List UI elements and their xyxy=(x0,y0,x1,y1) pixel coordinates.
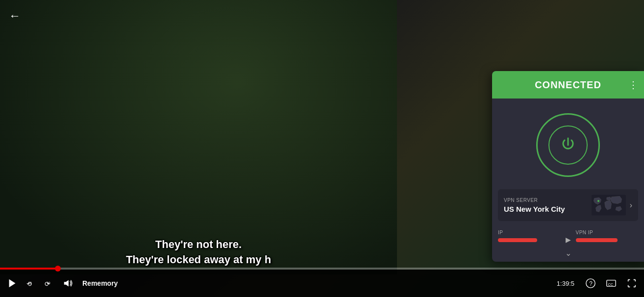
fullscreen-button[interactable] xyxy=(624,276,639,291)
power-icon-inner xyxy=(548,125,588,165)
world-map-svg xyxy=(592,194,626,216)
vpn-status-text: CONNECTED xyxy=(500,79,636,91)
player-controls: ⟲ 10 ⟳ 10 Rememory 1:39:5 ? xyxy=(0,270,644,297)
help-button[interactable]: ? xyxy=(583,276,598,291)
subtitle-line2: They're locked away at my h xyxy=(29,252,368,268)
subtitles-icon: CC xyxy=(606,278,617,289)
vpn-header: CONNECTED ⋮ xyxy=(492,71,644,99)
svg-text:CC: CC xyxy=(608,282,614,287)
fullscreen-icon xyxy=(626,278,637,289)
vpn-server-chevron: › xyxy=(630,201,632,210)
rewind-icon: ⟲ 10 xyxy=(25,278,36,289)
forward-icon: ⟳ 10 xyxy=(44,278,55,289)
show-title: Rememory xyxy=(82,279,118,287)
rewind-button[interactable]: ⟲ 10 xyxy=(24,276,38,291)
time-display: 1:39:5 xyxy=(557,280,574,287)
vpn-vpn-ip-label: VPN IP xyxy=(576,230,639,235)
vpn-vpn-ip-bar xyxy=(576,238,618,242)
subtitles-button[interactable]: CC xyxy=(604,276,619,291)
chevron-down-icon: ⌄ xyxy=(565,248,571,258)
vpn-ip-block: IP xyxy=(498,230,561,242)
svg-text:10: 10 xyxy=(28,281,32,285)
vpn-collapse-button[interactable]: ⌄ xyxy=(492,246,644,262)
svg-marker-0 xyxy=(9,279,16,288)
vpn-ip-bar xyxy=(498,238,537,242)
vpn-vpn-ip-block: VPN IP xyxy=(576,230,639,242)
svg-point-11 xyxy=(597,200,599,202)
vpn-server-info: VPN SERVER US New York City xyxy=(504,198,588,213)
vpn-ip-label: IP xyxy=(498,230,561,235)
back-button[interactable]: ← xyxy=(9,9,21,23)
scene-bg xyxy=(0,0,397,274)
forward-button[interactable]: ⟳ 10 xyxy=(42,276,57,291)
volume-icon xyxy=(63,278,74,289)
vpn-ip-section: IP ▶ VPN IP xyxy=(492,226,644,246)
power-svg-icon xyxy=(558,135,578,155)
svg-text:?: ? xyxy=(589,280,593,287)
vpn-power-button[interactable] xyxy=(536,113,600,177)
subtitle-area: They're not here. They're locked away at… xyxy=(0,237,397,268)
vpn-ip-arrow-icon: ▶ xyxy=(566,236,571,244)
vpn-panel: CONNECTED ⋮ VPN SERVER US New York City xyxy=(492,71,644,262)
progress-fill xyxy=(0,268,58,270)
svg-text:10: 10 xyxy=(47,281,51,285)
play-icon xyxy=(7,278,18,289)
volume-button[interactable] xyxy=(61,276,75,291)
vpn-server-section[interactable]: VPN SERVER US New York City xyxy=(498,189,638,221)
vpn-server-name: US New York City xyxy=(504,205,588,213)
progress-bar-container[interactable] xyxy=(0,268,644,270)
play-button[interactable] xyxy=(5,276,20,291)
help-icon: ? xyxy=(585,278,596,289)
svg-marker-5 xyxy=(64,280,69,287)
right-controls: ? CC xyxy=(583,276,639,291)
vpn-server-label: VPN SERVER xyxy=(504,198,588,203)
vpn-menu-button[interactable]: ⋮ xyxy=(628,79,638,91)
subtitle-line1: They're not here. xyxy=(29,237,368,252)
vpn-power-section xyxy=(492,99,644,189)
world-map xyxy=(592,194,626,216)
